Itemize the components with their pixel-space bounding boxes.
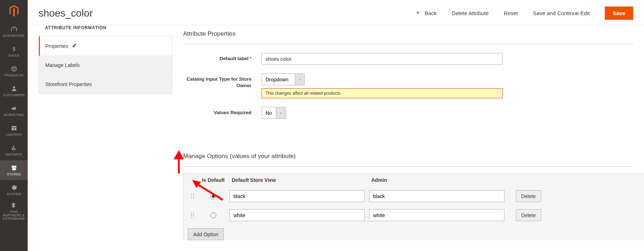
nav-find-partners[interactable]: FIND PARTNERS & EXTENSIONS xyxy=(0,200,28,222)
drag-handle-icon[interactable] xyxy=(188,212,197,218)
nav-label: SYSTEM xyxy=(7,193,21,196)
field-default-label: Default label* xyxy=(183,53,633,65)
attribute-info-tabs: ATTRIBUTE INFORMATION Properties Manage … xyxy=(38,25,172,240)
nav-label: MARKETING xyxy=(4,113,24,117)
nav-label: PRODUCTS xyxy=(4,74,23,77)
option-store-view-input[interactable] xyxy=(230,209,365,221)
option-row: Delete xyxy=(183,206,644,225)
back-button[interactable]: Back xyxy=(415,10,436,16)
reset-button[interactable]: Reset xyxy=(504,10,518,16)
back-label: Back xyxy=(425,10,436,16)
person-icon xyxy=(10,85,18,93)
nav-products[interactable]: PRODUCTS xyxy=(0,61,28,81)
pencil-icon xyxy=(72,43,77,49)
chevron-down-icon[interactable] xyxy=(276,107,286,119)
option-admin-input[interactable] xyxy=(369,209,504,221)
select-value: Dropdown xyxy=(262,73,295,85)
is-default-radio[interactable] xyxy=(210,212,216,218)
svg-point-1 xyxy=(193,193,194,194)
magento-logo[interactable] xyxy=(0,0,28,22)
add-option-button[interactable]: Add Option xyxy=(188,228,224,240)
nav-system[interactable]: SYSTEM xyxy=(0,180,28,200)
svg-point-6 xyxy=(191,212,192,214)
fieldset-manage-options-title: Manage Options (values of your attribute… xyxy=(183,127,633,167)
field-values-required: Values Required No xyxy=(183,107,633,119)
default-label-input[interactable] xyxy=(262,53,503,65)
field-label: Values Required xyxy=(183,107,262,116)
page-title: shoes_color xyxy=(38,8,93,19)
svg-point-5 xyxy=(193,198,194,199)
tabs-title: ATTRIBUTE INFORMATION xyxy=(38,25,172,36)
content: ATTRIBUTE INFORMATION Properties Manage … xyxy=(28,25,644,240)
option-store-view-input[interactable] xyxy=(230,190,365,202)
svg-point-4 xyxy=(191,198,192,199)
input-type-note: This changes affect all related products xyxy=(262,88,503,98)
svg-point-3 xyxy=(193,196,194,197)
field-input-type: Catalog Input Type for Store Owner Dropd… xyxy=(183,73,633,98)
tab-manage-labels[interactable]: Manage Labels xyxy=(39,56,172,75)
layout-icon xyxy=(10,124,18,132)
tab-label: Manage Labels xyxy=(45,62,80,68)
input-type-select[interactable]: Dropdown xyxy=(262,73,305,85)
form-column: Attribute Properties Default label* Cata… xyxy=(183,25,644,240)
nav-stores[interactable]: STORES xyxy=(0,160,28,180)
page-header: shoes_color Back Delete Attribute Reset … xyxy=(28,0,644,25)
col-admin: Admin xyxy=(369,177,509,183)
nav-content[interactable]: CONTENT xyxy=(0,121,28,140)
megaphone-icon xyxy=(10,104,18,112)
tab-storefront-properties[interactable]: Storefront Properties xyxy=(39,75,172,94)
svg-point-11 xyxy=(193,217,194,218)
nav-dashboard[interactable]: DASHBOARD xyxy=(0,22,28,41)
nav-label: CUSTOMERS xyxy=(3,94,24,97)
tab-label: Properties xyxy=(45,43,68,49)
chart-icon xyxy=(10,144,18,152)
options-table: Is Default Default Store View Admin Dele… xyxy=(183,173,644,240)
store-icon xyxy=(10,164,18,172)
svg-point-9 xyxy=(193,215,194,216)
nav-marketing[interactable]: MARKETING xyxy=(0,101,28,121)
svg-point-8 xyxy=(191,215,192,216)
nav-label: DASHBOARD xyxy=(3,34,25,38)
tab-properties[interactable]: Properties xyxy=(39,36,172,56)
col-store-view: Default Store View xyxy=(230,177,369,183)
select-value: No xyxy=(262,107,276,119)
header-actions: Back Delete Attribute Reset Save and Con… xyxy=(415,6,633,20)
dollar-icon xyxy=(10,45,18,53)
delete-option-button[interactable]: Delete xyxy=(516,190,541,202)
field-label: Default label* xyxy=(183,53,262,62)
options-header: Is Default Default Store View Admin xyxy=(183,174,644,187)
option-row: Delete xyxy=(183,187,644,206)
save-button[interactable]: Save xyxy=(605,6,633,20)
box-icon xyxy=(10,65,18,73)
values-required-select[interactable]: No xyxy=(262,107,286,119)
gear-icon xyxy=(10,184,18,192)
svg-point-7 xyxy=(193,212,194,214)
fieldset-attribute-properties-title: Attribute Properties xyxy=(183,25,633,44)
chevron-down-icon[interactable] xyxy=(295,73,305,85)
admin-nav: DASHBOARD SALES PRODUCTS CUSTOMERS MARKE… xyxy=(0,0,28,251)
save-and-continue-button[interactable]: Save and Continue Edit xyxy=(533,10,590,16)
nav-reports[interactable]: REPORTS xyxy=(0,140,28,160)
nav-customers[interactable]: CUSTOMERS xyxy=(0,81,28,101)
arrow-left-icon xyxy=(415,10,422,16)
delete-attribute-button[interactable]: Delete Attribute xyxy=(452,10,489,16)
col-is-default: Is Default xyxy=(197,177,230,183)
puzzle-icon xyxy=(10,201,18,209)
svg-point-10 xyxy=(191,217,192,218)
gauge-icon xyxy=(10,25,18,33)
nav-label: CONTENT xyxy=(6,133,22,137)
tabs-list: Properties Manage Labels Storefront Prop… xyxy=(38,36,172,94)
main-area: shoes_color Back Delete Attribute Reset … xyxy=(28,0,644,251)
svg-point-0 xyxy=(191,193,192,194)
nav-label: FIND PARTNERS & EXTENSIONS xyxy=(1,210,27,221)
option-admin-input[interactable] xyxy=(369,190,504,202)
delete-option-button[interactable]: Delete xyxy=(516,209,541,221)
is-default-radio[interactable] xyxy=(210,193,216,199)
nav-label: STORES xyxy=(7,173,21,176)
nav-sales[interactable]: SALES xyxy=(0,41,28,61)
svg-point-2 xyxy=(191,196,192,197)
field-label: Catalog Input Type for Store Owner xyxy=(183,73,262,89)
tab-label: Storefront Properties xyxy=(45,81,92,87)
drag-handle-icon[interactable] xyxy=(188,193,197,199)
nav-label: SALES xyxy=(8,54,19,58)
